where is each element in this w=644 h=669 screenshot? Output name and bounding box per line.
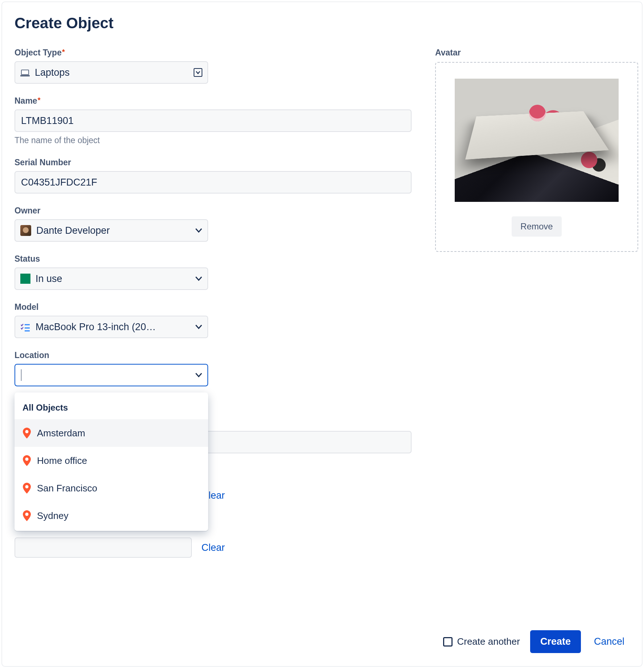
dropdown-option-sydney[interactable]: Sydney xyxy=(15,502,208,529)
owner-select[interactable]: Dante Developer xyxy=(15,219,208,242)
remove-avatar-button[interactable]: Remove xyxy=(512,216,561,237)
cancel-button[interactable]: Cancel xyxy=(591,630,627,653)
avatar-image xyxy=(455,79,619,202)
location-select[interactable] xyxy=(15,364,208,386)
clear-button-2[interactable]: Clear xyxy=(201,542,225,553)
dropdown-option-home-office[interactable]: Home office xyxy=(15,447,208,474)
svg-point-5 xyxy=(25,430,29,433)
avatar-dropzone[interactable]: Remove xyxy=(435,62,638,252)
user-avatar-icon xyxy=(20,225,31,236)
text-cursor xyxy=(21,369,21,381)
option-label: Amsterdam xyxy=(37,428,85,439)
option-label: Home office xyxy=(37,455,87,466)
field-owner: Owner Dante Developer xyxy=(15,206,413,242)
label-object-type: Object Type* xyxy=(15,48,413,58)
location-dropdown: All Objects Amsterdam Home office xyxy=(15,392,208,531)
checkbox-icon xyxy=(443,637,453,647)
dropdown-option-amsterdam[interactable]: Amsterdam xyxy=(15,419,208,447)
model-select[interactable]: MacBook Pro 13-inch (20… xyxy=(15,316,208,338)
label-status: Status xyxy=(15,254,413,264)
svg-point-7 xyxy=(25,485,29,489)
label-location: Location xyxy=(15,350,413,360)
name-help: The name of the object xyxy=(15,136,413,145)
chevron-down-icon xyxy=(195,227,202,234)
required-asterisk: * xyxy=(38,96,41,104)
avatar-section: Avatar Remove xyxy=(435,48,638,386)
field-object-type: Object Type* Laptops xyxy=(15,48,413,84)
object-type-value: Laptops xyxy=(35,67,189,78)
status-select[interactable]: In use xyxy=(15,267,208,290)
option-label: San Francisco xyxy=(37,483,97,494)
chevron-down-icon xyxy=(195,323,202,331)
form-fields: Object Type* Laptops N xyxy=(15,48,413,386)
label-serial: Serial Number xyxy=(15,158,413,167)
svg-point-8 xyxy=(25,513,29,516)
create-button[interactable]: Create xyxy=(530,630,581,653)
dropdown-option-san-francisco[interactable]: San Francisco xyxy=(15,474,208,502)
label-model: Model xyxy=(15,302,413,312)
hidden-select-row-2: Clear xyxy=(15,537,225,558)
list-icon xyxy=(20,323,30,331)
chevron-down-icon xyxy=(195,275,202,282)
status-value: In use xyxy=(36,273,190,284)
location-pin-icon xyxy=(22,483,31,494)
label-name: Name* xyxy=(15,96,413,106)
dialog-footer: Create another Create Cancel xyxy=(443,630,627,653)
label-text: Object Type xyxy=(15,48,62,57)
dropdown-header: All Objects xyxy=(15,392,208,419)
create-another-checkbox[interactable]: Create another xyxy=(443,636,520,647)
owner-value: Dante Developer xyxy=(36,225,190,236)
location-pin-icon xyxy=(22,428,31,439)
status-color-icon xyxy=(20,274,30,284)
field-model: Model MacBook Pro 13-inch (20… xyxy=(15,302,413,338)
field-location: Location Clear xyxy=(15,350,413,386)
chevron-down-icon xyxy=(195,371,202,379)
name-input[interactable] xyxy=(15,109,412,132)
option-label: Sydney xyxy=(37,510,69,522)
label-avatar: Avatar xyxy=(435,48,638,58)
label-text: Name xyxy=(15,96,37,105)
required-asterisk: * xyxy=(62,48,65,56)
model-value: MacBook Pro 13-inch (20… xyxy=(36,321,190,333)
svg-rect-1 xyxy=(20,75,30,76)
svg-rect-0 xyxy=(21,70,29,75)
label-owner: Owner xyxy=(15,206,413,216)
object-type-select[interactable]: Laptops xyxy=(15,61,208,84)
serial-input[interactable] xyxy=(15,171,412,194)
location-pin-icon xyxy=(22,455,31,466)
chevron-down-icon xyxy=(194,68,202,77)
create-object-dialog: Create Object Object Type* Laptops xyxy=(1,1,643,667)
laptop-icon xyxy=(20,68,30,76)
hidden-select-2[interactable] xyxy=(15,537,192,558)
field-serial: Serial Number xyxy=(15,158,413,194)
field-name: Name* The name of the object xyxy=(15,96,413,145)
create-another-label: Create another xyxy=(457,636,520,647)
location-pin-icon xyxy=(22,510,31,521)
svg-point-6 xyxy=(25,458,29,461)
field-status: Status In use xyxy=(15,254,413,290)
page-title: Create Object xyxy=(15,14,629,32)
